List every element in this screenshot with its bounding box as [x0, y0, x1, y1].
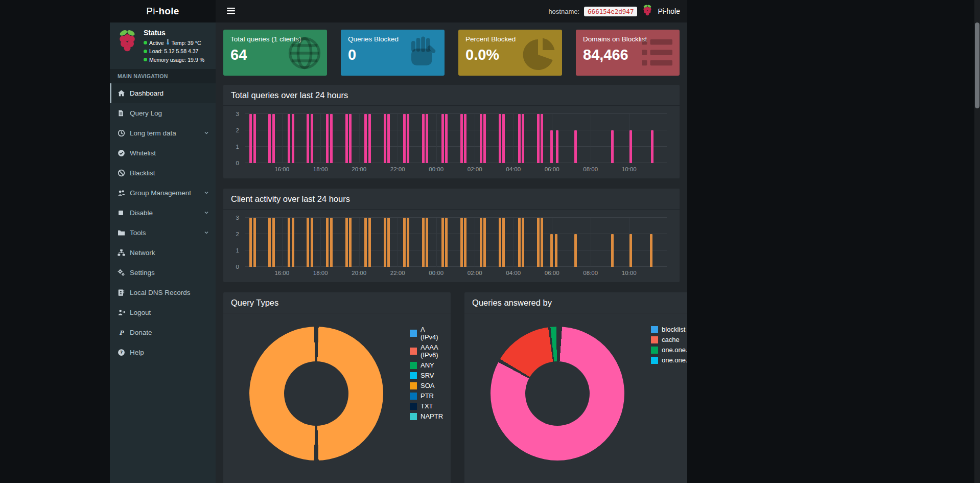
legend-swatch: [410, 393, 417, 400]
sidebar-toggle-button[interactable]: [223, 4, 239, 19]
status-active-label: Active: [149, 39, 164, 47]
stat-card-percent-blocked[interactable]: Percent Blocked 0.0%: [458, 30, 562, 76]
bar: [502, 218, 505, 267]
axis-tick-label: 02:00: [468, 166, 482, 172]
sidebar-item-network[interactable]: Network: [110, 243, 216, 263]
total-queries-bar-chart[interactable]: [245, 114, 667, 163]
axis-tick-label: 20:00: [352, 270, 366, 276]
globe-icon: [286, 35, 323, 74]
bar: [307, 218, 309, 267]
bar: [349, 114, 352, 163]
legend-swatch: [410, 382, 417, 389]
pihole-admin-app: Pi-hole hostname: 666154e2d947 Pi-hole: [110, 0, 687, 483]
scrollbar-thumb[interactable]: [975, 22, 979, 108]
axis-tick-label: 10:00: [622, 270, 637, 276]
legend-item[interactable]: cache: [651, 336, 687, 343]
legend-item[interactable]: blocklist: [651, 326, 687, 333]
sidebar-item-help[interactable]: ? Help: [110, 342, 216, 362]
queries-answered-by-donut-chart[interactable]: [491, 327, 624, 461]
sidebar-item-logout[interactable]: Logout: [110, 303, 216, 323]
status-title: Status: [144, 29, 204, 37]
folder-icon: [118, 229, 130, 236]
sign-out-icon: [118, 309, 130, 316]
axis-tick-label: 22:00: [390, 270, 405, 276]
sidebar-item-disable[interactable]: Disable: [110, 203, 216, 223]
bar: [403, 114, 406, 163]
sidebar-item-label: Settings: [130, 269, 155, 277]
stat-card-queries-blocked[interactable]: Queries Blocked 0: [341, 30, 445, 76]
legend-swatch: [410, 413, 417, 420]
navbar-main: hostname: 666154e2d947 Pi-hole: [216, 0, 687, 22]
legend-item[interactable]: one.one.one.one: [651, 356, 687, 364]
sidebar-item-blacklist[interactable]: Blacklist: [110, 163, 216, 183]
legend-item[interactable]: TXT: [410, 402, 443, 410]
bar: [537, 114, 540, 163]
query-types-donut-chart[interactable]: [249, 327, 383, 461]
pihole-logo-icon: [116, 29, 138, 64]
bar: [550, 234, 553, 267]
y-axis-labels: 0123: [231, 218, 242, 267]
axis-tick-label: 06:00: [545, 270, 559, 276]
sidebar-item-label: Whitelist: [130, 149, 156, 157]
axis-tick-label: 1: [236, 144, 239, 150]
bar: [522, 218, 524, 267]
sidebar-item-whitelist[interactable]: Whitelist: [110, 143, 216, 163]
main-content: Total queries (1 clients) 64 Queries Blo…: [216, 22, 687, 483]
sidebar-item-query-log[interactable]: Query Log: [110, 103, 216, 123]
legend-item[interactable]: NAPTR: [410, 412, 443, 420]
sidebar-item-dashboard[interactable]: Dashboard: [110, 83, 216, 103]
sidebar-item-local-dns-records[interactable]: Local DNS Records: [110, 283, 216, 303]
paypal-icon: P: [118, 329, 130, 336]
chart-area: 0123 16:0018:0020:0022:0000:0002:0004:00…: [245, 114, 667, 174]
sidebar-item-tools[interactable]: Tools: [110, 223, 216, 243]
bar: [364, 114, 367, 163]
ban-icon: [118, 169, 130, 177]
sidebar-item-long-term-data[interactable]: Long term data: [110, 123, 216, 143]
legend-label: A (IPv4): [421, 326, 443, 341]
panel-body: 0123 16:0018:0020:0022:0000:0002:0004:00…: [223, 210, 680, 282]
legend-swatch: [651, 336, 658, 343]
bar: [464, 218, 466, 267]
bar: [541, 114, 543, 163]
gridline: [320, 218, 321, 267]
sidebar-item-settings[interactable]: Settings: [110, 263, 216, 283]
panel-title: Client activity over last 24 hours: [223, 189, 680, 210]
sidebar-item-label: Donate: [130, 329, 152, 336]
pihole-logo-icon: [642, 4, 653, 18]
stat-cards-row: Total queries (1 clients) 64 Queries Blo…: [223, 30, 680, 76]
axis-tick-label: 2: [236, 127, 239, 133]
stat-card-total-queries[interactable]: Total queries (1 clients) 64: [223, 30, 327, 76]
legend-item[interactable]: AAAA (IPv6): [410, 343, 443, 359]
legend-item[interactable]: ANY: [410, 361, 443, 369]
bar: [460, 218, 463, 267]
chart-area: 0123 16:0018:0020:0022:0000:0002:0004:00…: [245, 218, 667, 278]
bar: [407, 114, 409, 163]
list-icon: [639, 35, 675, 74]
client-activity-bar-chart[interactable]: [245, 218, 667, 267]
axis-tick-label: 18:00: [313, 166, 328, 172]
stat-card-domains-on-blocklist[interactable]: Domains on Blocklist 84,466: [576, 30, 680, 76]
axis-tick-label: 0: [236, 160, 239, 166]
legend-item[interactable]: SOA: [410, 382, 443, 389]
legend-item[interactable]: SRV: [410, 372, 443, 379]
bar: [480, 114, 482, 163]
logo-text-bold: hole: [158, 6, 179, 17]
x-axis-labels: 16:0018:0020:0022:0000:0002:0004:0006:00…: [245, 163, 667, 174]
sidebar-item-group-management[interactable]: Group Management: [110, 183, 216, 203]
axis-tick-label: 08:00: [583, 270, 598, 276]
legend-item[interactable]: PTR: [410, 392, 443, 400]
queries-answered-by-legend: blocklistcacheone.one.one.oneone.one.one…: [651, 319, 687, 366]
bar: [629, 130, 632, 163]
bar: [288, 218, 290, 267]
sidebar-item-label: Long term data: [130, 129, 176, 137]
panel-title: Total queries over last 24 hours: [223, 85, 680, 106]
axis-tick-label: 10:00: [622, 166, 637, 172]
legend-item[interactable]: one.one.one.one: [651, 346, 687, 354]
sidebar-logo[interactable]: Pi-hole: [110, 0, 216, 22]
bar: [272, 218, 275, 267]
legend-item[interactable]: A (IPv4): [410, 326, 443, 341]
status-temp-label: Temp: 39 °C: [172, 39, 201, 47]
legend-swatch: [410, 372, 417, 379]
bar: [272, 114, 275, 163]
sidebar-item-donate[interactable]: P Donate: [110, 323, 216, 342]
